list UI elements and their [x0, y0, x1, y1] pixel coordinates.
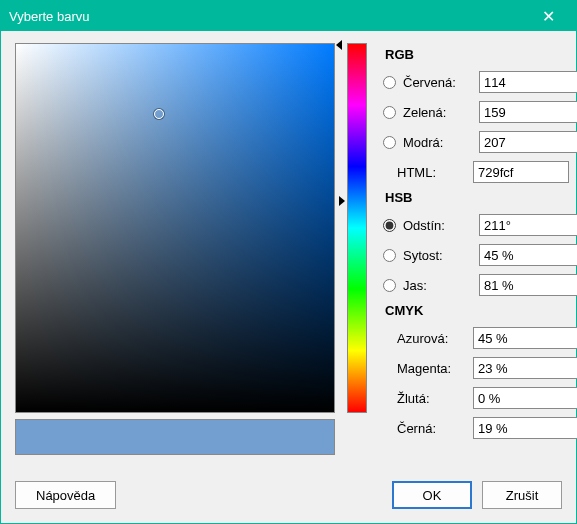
input-saturation[interactable] [479, 244, 577, 266]
input-magenta[interactable] [473, 357, 577, 379]
help-button[interactable]: Nápověda [15, 481, 116, 509]
hue-column [343, 43, 367, 465]
hue-marker-icon [339, 196, 345, 206]
titlebar: Vyberte barvu ✕ [1, 1, 576, 31]
radio-hue[interactable] [383, 219, 396, 232]
label-black: Černá: [397, 421, 467, 436]
cancel-button[interactable]: Zrušit [482, 481, 562, 509]
content-area: RGB Červená: ▲▼ Zelená: ▲▼ Modrá: ▲▼ HTM… [1, 31, 576, 473]
hue-strip[interactable] [347, 43, 367, 413]
radio-blue[interactable] [383, 136, 396, 149]
close-icon[interactable]: ✕ [528, 7, 568, 26]
label-magenta: Magenta: [397, 361, 467, 376]
footer: Nápověda OK Zrušit [1, 473, 576, 523]
input-green[interactable] [479, 101, 577, 123]
label-brightness: Jas: [403, 278, 473, 293]
input-brightness[interactable] [479, 274, 577, 296]
input-cyan[interactable] [473, 327, 577, 349]
input-black[interactable] [473, 417, 577, 439]
label-cyan: Azurová: [397, 331, 467, 346]
radio-brightness[interactable] [383, 279, 396, 292]
input-hue[interactable] [479, 214, 577, 236]
hsb-heading: HSB [385, 190, 575, 205]
label-saturation: Sytost: [403, 248, 473, 263]
ok-button[interactable]: OK [392, 481, 472, 509]
label-green: Zelená: [403, 105, 473, 120]
sv-corner-marker-icon [336, 40, 342, 50]
sv-cursor-icon [154, 109, 164, 119]
radio-green[interactable] [383, 106, 396, 119]
color-preview-swatch [15, 419, 335, 455]
radio-saturation[interactable] [383, 249, 396, 262]
input-yellow[interactable] [473, 387, 577, 409]
saturation-value-field[interactable] [15, 43, 335, 413]
input-blue[interactable] [479, 131, 577, 153]
label-yellow: Žlutá: [397, 391, 467, 406]
radio-red[interactable] [383, 76, 396, 89]
input-html[interactable] [473, 161, 569, 183]
label-red: Červená: [403, 75, 473, 90]
label-html: HTML: [397, 165, 467, 180]
input-red[interactable] [479, 71, 577, 93]
left-column [15, 43, 335, 465]
label-blue: Modrá: [403, 135, 473, 150]
rgb-heading: RGB [385, 47, 575, 62]
color-picker-dialog: Vyberte barvu ✕ RGB Červená: ▲▼ Zelená: [0, 0, 577, 524]
right-column: RGB Červená: ▲▼ Zelená: ▲▼ Modrá: ▲▼ HTM… [375, 43, 575, 465]
cmyk-heading: CMYK [385, 303, 575, 318]
label-hue: Odstín: [403, 218, 473, 233]
window-title: Vyberte barvu [9, 9, 528, 24]
